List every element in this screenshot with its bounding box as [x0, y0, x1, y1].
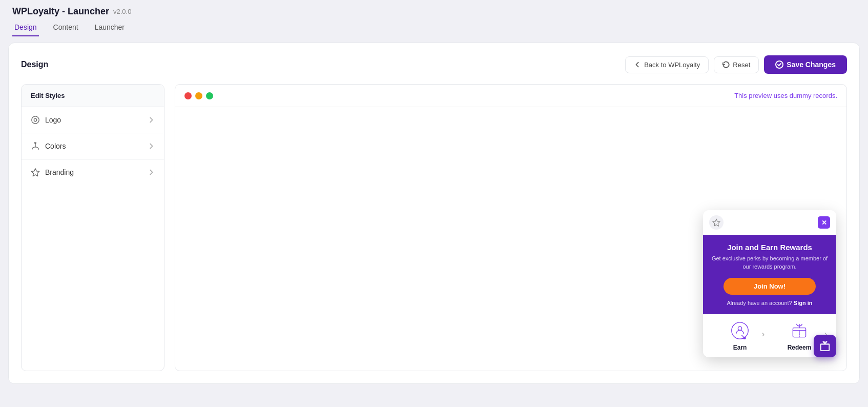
- tab-content[interactable]: Content: [51, 19, 80, 36]
- sidebar-item-colors[interactable]: Colors: [22, 133, 164, 159]
- back-label: Back to WPLoyalty: [644, 61, 700, 69]
- widget-signin-area: Already have an account? Sign in: [710, 300, 829, 306]
- colors-icon: [31, 141, 40, 151]
- reset-icon: [722, 61, 730, 68]
- preview-notice: This preview uses dummy records.: [734, 92, 837, 99]
- redeem-icon: [790, 321, 809, 340]
- svg-point-2: [34, 118, 36, 121]
- logo-label: Logo: [45, 116, 61, 124]
- earn-icon: [731, 321, 749, 340]
- widget-logo-icon: [709, 215, 724, 230]
- logo-icon: [31, 115, 40, 125]
- preview-area: ✕ Join and Earn Rewards Get exclusive pe…: [175, 107, 846, 368]
- widget-close-button[interactable]: ✕: [818, 216, 830, 229]
- widget-popup-header: ✕: [703, 210, 836, 235]
- save-label: Save Changes: [787, 60, 836, 69]
- svg-rect-10: [821, 344, 830, 351]
- svg-marker-4: [31, 169, 39, 176]
- top-bar: WPLoyalty - Launcher v2.0.0: [0, 0, 868, 17]
- widget-banner: Join and Earn Rewards Get exclusive perk…: [703, 235, 836, 314]
- footer-item-earn[interactable]: Earn: [710, 320, 770, 351]
- traffic-lights: [184, 92, 213, 99]
- check-circle-icon: [775, 60, 783, 69]
- left-panel: Edit Styles Logo: [21, 84, 164, 371]
- green-light: [206, 92, 213, 99]
- gift-icon: [819, 340, 831, 352]
- red-light: [184, 92, 192, 99]
- back-button[interactable]: Back to WPLoyalty: [625, 56, 709, 73]
- tab-design[interactable]: Design: [12, 19, 39, 36]
- widget-banner-subtitle: Get exclusive perks by becoming a member…: [710, 255, 829, 271]
- tabs: Design Content Launcher: [0, 19, 868, 36]
- svg-point-3: [35, 142, 36, 144]
- svg-point-6: [732, 322, 748, 339]
- branding-label: Branding: [45, 168, 74, 176]
- card-header: Design Back to WPLoyalty Reset: [21, 55, 847, 74]
- sidebar-item-branding[interactable]: Branding: [22, 159, 164, 185]
- preview-panel: This preview uses dummy records. ✕: [175, 84, 847, 371]
- redeem-icon-container: [789, 320, 810, 341]
- app-title: WPLoyalty - Launcher: [12, 6, 109, 17]
- widget-banner-title: Join and Earn Rewards: [710, 243, 829, 252]
- redeem-label: Redeem: [788, 344, 812, 351]
- earn-icon-container: [730, 320, 750, 341]
- sidebar-item-logo[interactable]: Logo: [22, 107, 164, 133]
- preview-top-bar: This preview uses dummy records.: [175, 85, 846, 107]
- svg-point-7: [738, 327, 741, 330]
- fab-button[interactable]: [814, 335, 836, 357]
- star-icon: [31, 168, 40, 177]
- svg-marker-5: [713, 219, 720, 226]
- chevron-right-icon: [148, 143, 155, 150]
- reset-label: Reset: [733, 61, 750, 69]
- earn-label: Earn: [733, 344, 747, 351]
- arrow-left-icon: [634, 61, 641, 68]
- svg-point-1: [32, 116, 39, 124]
- chevron-right-icon: [148, 116, 155, 124]
- main-card: Design Back to WPLoyalty Reset: [8, 43, 860, 384]
- chevron-right-icon: [148, 169, 155, 176]
- signin-link[interactable]: Sign in: [794, 300, 813, 306]
- colors-label: Colors: [45, 142, 66, 150]
- tab-launcher[interactable]: Launcher: [93, 19, 127, 36]
- signin-text: Already have an account?: [727, 300, 792, 306]
- join-now-button[interactable]: Join Now!: [724, 278, 816, 295]
- yellow-light: [195, 92, 202, 99]
- header-actions: Back to WPLoyalty Reset Save Changes: [625, 55, 847, 74]
- page-title: Design: [21, 60, 48, 69]
- content-layout: Edit Styles Logo: [21, 84, 847, 371]
- reset-button[interactable]: Reset: [714, 56, 759, 73]
- svg-point-8: [743, 337, 746, 339]
- app-version: v2.0.0: [113, 8, 131, 15]
- save-button[interactable]: Save Changes: [764, 55, 847, 74]
- edit-styles-header: Edit Styles: [22, 85, 164, 107]
